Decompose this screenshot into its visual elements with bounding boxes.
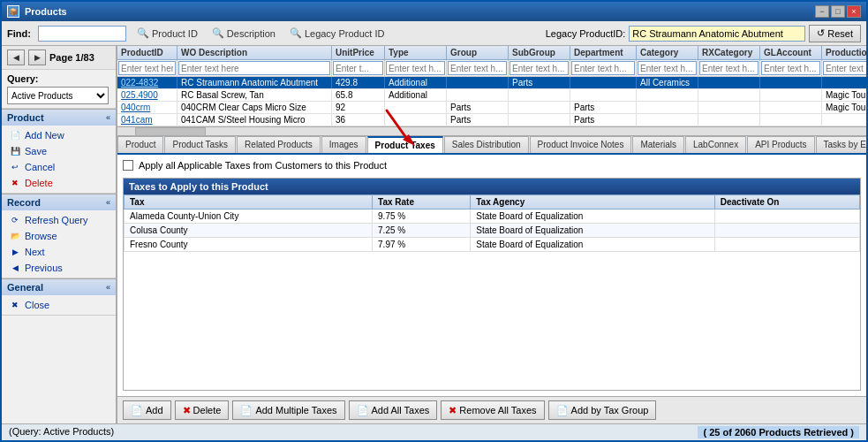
general-section-header[interactable]: General «	[2, 278, 116, 295]
filter-productlab-input[interactable]	[823, 61, 866, 75]
record-chevron-icon: «	[106, 198, 110, 207]
filter-group-input[interactable]	[448, 61, 507, 75]
cell-department: Parts	[570, 102, 637, 113]
filter-department-input[interactable]	[571, 61, 635, 75]
table-row[interactable]: 040crm 040CRM Clear Caps Micro Size 92 P…	[117, 102, 866, 114]
tab-sales-distribution[interactable]: Sales Distribution	[444, 136, 529, 153]
cancel-item[interactable]: ↩ Cancel	[2, 159, 116, 175]
data-grid: ProductID WO Description UnitPrice Type …	[117, 46, 866, 127]
product-section-title: Product	[7, 112, 44, 123]
search-icon-2: 🔍	[212, 27, 224, 39]
next-item[interactable]: ▶ Next	[2, 244, 116, 260]
legacy-product-id-field[interactable]	[629, 26, 805, 42]
nav-controls: ◀ ▶ Page 1/83	[2, 46, 116, 70]
minimize-button[interactable]: −	[815, 5, 829, 18]
search-icon-3: 🔍	[290, 27, 302, 39]
query-select[interactable]: Active Products All Products Inactive Pr…	[7, 87, 109, 104]
tab-labconnex[interactable]: LabConnex	[685, 136, 746, 153]
filter-rxcategory-input[interactable]	[699, 61, 759, 75]
page-label: Page 1/83	[49, 52, 94, 63]
cell-tax-agency: State Board of Equalization	[471, 210, 715, 224]
filter-wo-input[interactable]	[178, 61, 330, 75]
filter-productid	[117, 60, 177, 76]
tab-product-taxes[interactable]: Product Taxes	[367, 136, 443, 155]
tab-related-products[interactable]: Related Products	[237, 136, 321, 153]
legacy-product-id-section: Legacy ProductID: ↺ Reset	[546, 25, 861, 42]
tab-product-tasks[interactable]: Product Tasks	[164, 136, 236, 153]
browse-item[interactable]: 📂 Browse	[2, 228, 116, 244]
cell-tax-name: Fresno County	[125, 238, 373, 252]
tab-images[interactable]: Images	[321, 136, 366, 153]
add-tax-button[interactable]: 📄 Add	[123, 400, 171, 420]
add-multiple-taxes-button[interactable]: 📄 Add Multiple Taxes	[232, 400, 344, 420]
reset-button[interactable]: ↺ Reset	[809, 25, 861, 42]
cell-productid[interactable]: 022-4832	[117, 77, 177, 88]
cell-unitprice: 92	[332, 102, 385, 113]
status-bar: (Query: Active Products) ( 25 of 2060 Pr…	[2, 423, 866, 440]
cell-subgroup	[509, 114, 570, 126]
add-multiple-icon: 📄	[240, 405, 253, 416]
refresh-query-item[interactable]: ⟳ Refresh Query	[2, 212, 116, 228]
add-all-taxes-button[interactable]: 📄 Add All Taxes	[349, 400, 438, 420]
filter-type-input[interactable]	[386, 61, 445, 75]
filter-subgroup-input[interactable]	[509, 61, 569, 75]
filter-subgroup	[509, 60, 570, 76]
record-section-header[interactable]: Record «	[2, 194, 116, 210]
delete-item[interactable]: ✖ Delete	[2, 175, 116, 191]
data-grid-wrapper: ProductID WO Description UnitPrice Type …	[117, 46, 866, 136]
refresh-query-label: Refresh Query	[25, 215, 88, 225]
tabs-bar: Product Product Tasks Related Products I…	[117, 136, 866, 155]
table-row[interactable]: Alameda County-Union City 9.75 % State B…	[125, 210, 860, 224]
add-new-item[interactable]: 📄 Add New	[2, 127, 116, 143]
window-icon: 📦	[7, 5, 19, 18]
remove-all-taxes-button[interactable]: ✖ Remove All Taxes	[441, 400, 544, 420]
previous-item[interactable]: ◀ Previous	[2, 260, 116, 276]
tab-materials[interactable]: Materials	[632, 136, 684, 153]
grid-filter-row	[117, 60, 866, 77]
nav-prev-button[interactable]: ◀	[7, 50, 25, 65]
description-button[interactable]: 🔍 Description	[208, 27, 279, 40]
cell-productid[interactable]: 040crm	[117, 102, 177, 113]
cell-productid[interactable]: 025.4900	[117, 89, 177, 101]
product-id-button[interactable]: 🔍 Product ID	[133, 27, 201, 40]
tab-tasks-by-employees[interactable]: Tasks by Employees	[816, 136, 866, 153]
legacy-product-id-button[interactable]: 🔍 Legacy Product ID	[286, 27, 389, 40]
cell-tax-rate: 9.75 %	[373, 210, 471, 224]
table-row[interactable]: 025.4900 RC Basal Screw, Tan 65.8 Additi…	[117, 89, 866, 102]
save-item[interactable]: 💾 Save	[2, 143, 116, 159]
add-by-tax-group-button[interactable]: 📄 Add by Tax Group	[548, 400, 657, 420]
cell-subgroup	[509, 102, 570, 113]
find-input[interactable]	[38, 26, 126, 42]
nav-next-button[interactable]: ▶	[28, 50, 46, 65]
close-item[interactable]: ✖ Close	[2, 297, 116, 313]
maximize-button[interactable]: □	[831, 5, 845, 18]
filter-productlab	[822, 60, 866, 76]
record-section-title: Record	[7, 197, 41, 208]
product-section-header[interactable]: Product «	[2, 109, 116, 126]
tab-product[interactable]: Product	[117, 136, 163, 153]
cell-productlab: Magic Touch	[822, 102, 866, 113]
table-row[interactable]: 041cam 041CAM S/Steel Housing Micro 36 P…	[117, 114, 866, 126]
legacy-product-id-field-label: Legacy ProductID:	[546, 28, 626, 39]
close-window-button[interactable]: ×	[847, 5, 861, 18]
col-header-subgroup: SubGroup	[509, 46, 570, 59]
table-row[interactable]: Colusa County 7.25 % State Board of Equa…	[125, 224, 860, 238]
find-label: Find:	[7, 28, 31, 39]
scrollbar-thumb[interactable]	[135, 127, 206, 136]
apply-taxes-checkbox[interactable]	[123, 160, 133, 171]
table-row[interactable]: 022-4832 RC Straumann Anatomic Abutment …	[117, 77, 866, 89]
cell-wo: RC Basal Screw, Tan	[177, 89, 332, 101]
table-row[interactable]: Fresno County 7.97 % State Board of Equa…	[125, 238, 860, 252]
filter-productid-input[interactable]	[118, 61, 176, 75]
tab-api-products[interactable]: API Products	[747, 136, 814, 153]
filter-category-input[interactable]	[638, 61, 697, 75]
cell-productid[interactable]: 041cam	[117, 114, 177, 126]
tax-table-header-row: Tax Tax Rate Tax Agency Deactivate On	[125, 195, 860, 210]
filter-glaccount-input[interactable]	[761, 61, 820, 75]
close-icon: ✖	[9, 299, 21, 311]
tab-product-invoice-notes[interactable]: Product Invoice Notes	[530, 136, 632, 153]
delete-tax-button[interactable]: ✖ Delete	[175, 400, 230, 420]
tax-checkbox-row: Apply all Applicable Taxes from Customer…	[123, 160, 861, 171]
filter-unitprice-input[interactable]	[333, 61, 383, 75]
grid-horizontal-scrollbar[interactable]	[117, 127, 866, 136]
